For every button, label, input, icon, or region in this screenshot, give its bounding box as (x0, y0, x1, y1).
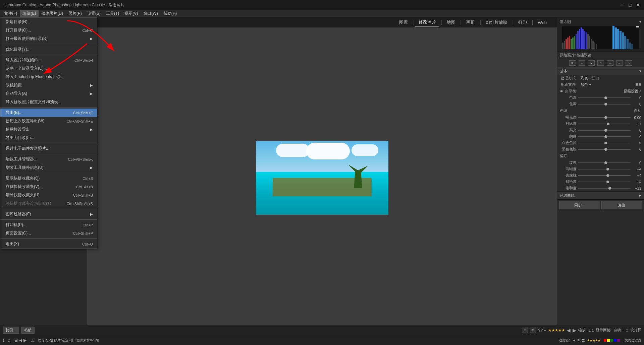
temp-slider[interactable] (578, 97, 631, 98)
contrast-slider[interactable] (578, 124, 631, 124)
black-slider[interactable] (578, 149, 631, 150)
dd-export-preset[interactable]: 使用预设导出 ▶ (0, 125, 97, 134)
menu-view[interactable]: 视图(V) (122, 10, 141, 17)
dehaze-slider[interactable] (578, 175, 631, 176)
dd-export-catalog[interactable]: 导出为目录(L)... (0, 134, 97, 142)
nav-prev[interactable]: ◀ (567, 328, 571, 333)
nav-next[interactable]: ▶ (573, 328, 576, 333)
sync-button[interactable]: 同步... (559, 201, 600, 209)
config-value[interactable]: 颜色 ÷ (581, 82, 591, 87)
white-slider[interactable] (578, 143, 631, 143)
shadow-slider[interactable] (578, 136, 631, 137)
nav-web[interactable]: Web (535, 19, 550, 26)
dd-page-setup[interactable]: 页面设置(G)... Ctrl+Shift+P (0, 229, 97, 237)
close-button[interactable]: ✕ (635, 2, 641, 8)
tone-auto[interactable]: 自动 (634, 108, 641, 113)
filter-icon-3[interactable]: ≣ (582, 338, 585, 343)
star-rating[interactable]: ★★★★★ (548, 328, 565, 333)
highlight-slider[interactable] (578, 130, 631, 131)
tool-icon-2[interactable]: ○ (579, 60, 585, 66)
dd-plugin-manager[interactable]: 增效工具管理器... Ctrl+Alt+Shift+, (0, 155, 97, 163)
menu-develop[interactable]: 修改照片(D) (39, 10, 66, 17)
dd-email[interactable]: 通过电子邮件发送照片... (0, 144, 97, 153)
wb-value[interactable]: 原照设置 ÷ (624, 89, 641, 94)
close-filter[interactable]: 关闭过滤器 (625, 338, 641, 343)
nav-develop[interactable]: 修改照片 (415, 18, 439, 27)
tool-icon-7[interactable]: ▷ (626, 60, 632, 66)
tool-icon-6[interactable]: ○ (616, 60, 623, 66)
filmstrip-grid[interactable]: ⊞ (14, 338, 18, 343)
clarity-slider[interactable] (578, 169, 631, 169)
dd-quick-collection[interactable]: 显示快捷收藏夹(Q) Ctrl+B (0, 174, 97, 183)
dd-optimize[interactable]: 优化目录(Y)... (0, 45, 97, 54)
nav-library[interactable]: 图库 (396, 18, 411, 27)
dd-clear-quick[interactable]: 清除快捷收藏夹(U) Ctrl+Shift+B (0, 191, 97, 199)
view-single[interactable]: □ (522, 328, 528, 333)
filter-green[interactable] (610, 339, 613, 342)
view-compare[interactable]: ⊟ (530, 328, 536, 333)
dd-tethered[interactable]: 联机拍摄 ▶ (0, 81, 97, 89)
menu-help[interactable]: 帮助(H) (161, 10, 180, 17)
menu-photo[interactable]: 照片(P) (66, 10, 85, 17)
maximize-button[interactable]: □ (627, 2, 633, 8)
basic-header[interactable]: 基本 ▾ (557, 67, 644, 75)
zoom-fit[interactable]: 缩放: (578, 328, 587, 333)
config-icon[interactable]: ⊞⊞ (635, 82, 641, 87)
vibrance-slider[interactable] (578, 182, 631, 182)
tool-icon-3[interactable]: ● (588, 60, 595, 66)
menu-window[interactable]: 窗口(W) (141, 10, 160, 17)
histogram-expand-icon[interactable]: ▾ (639, 20, 641, 24)
filter-blue[interactable] (614, 339, 616, 342)
menu-settings[interactable]: 设置(S) (85, 10, 103, 17)
nav-slideshow[interactable]: 幻灯片放映 (482, 18, 511, 27)
nav-map[interactable]: 地图 (443, 18, 459, 27)
dd-auto-import[interactable]: 自动导入(A) ▶ (0, 89, 97, 98)
nav-print[interactable]: 打印 (515, 18, 530, 27)
dd-plugin-extras[interactable]: 增效工具额外信息(U) ▶ (0, 163, 97, 172)
filter-yellow[interactable] (607, 339, 610, 342)
filter-icon-1[interactable]: ♦ (573, 338, 575, 343)
auto-value[interactable]: 自动 ÷ (613, 328, 624, 333)
copy-button[interactable]: 拷贝... (3, 327, 19, 334)
saturation-slider[interactable] (578, 188, 631, 189)
dd-library-filter[interactable]: 图库过滤器(F) ▶ (0, 210, 97, 218)
filter-stars[interactable]: ★★★★★ (587, 339, 600, 342)
reset-button[interactable]: 复位 (601, 201, 642, 209)
exposure-slider[interactable] (578, 117, 631, 118)
eyedropper-icon[interactable]: ✒ (560, 88, 564, 94)
tool-icon-4[interactable]: □ (597, 60, 604, 66)
paste-button[interactable]: 粘贴 (21, 327, 35, 334)
tone-curve-header[interactable]: 色调曲线 ▸ (557, 192, 644, 199)
dd-export[interactable]: 导出(E)... Ctrl+Shift+E (0, 109, 97, 117)
zoom-value[interactable]: 1:1 (589, 328, 594, 332)
dd-new-catalog[interactable]: 新建目录(N)... (0, 18, 97, 26)
process-color[interactable]: 彩色 (581, 76, 588, 81)
menu-file[interactable]: 文件(F) (1, 10, 20, 17)
dd-import-catalog[interactable]: 从另一个目录导入(C)... (0, 64, 97, 73)
dd-recent-catalog[interactable]: 打开最近使用的目录(R) ▶ (0, 34, 97, 43)
nav-book[interactable]: 画册 (463, 18, 478, 27)
dd-print[interactable]: 打印机(P)... Ctrl+P (0, 221, 97, 229)
dd-quit[interactable]: 退出(X) Ctrl+Q (0, 240, 97, 248)
soft-proof-checkbox[interactable]: □ (626, 328, 628, 332)
tint-slider[interactable] (578, 104, 631, 105)
dd-export-prev[interactable]: 使用上次设置导出(W) Ctrl+Alt+Shift+E (0, 117, 97, 125)
menu-tools[interactable]: 工具(T) (103, 10, 122, 17)
tool-icon-5[interactable]: ○ (607, 60, 613, 66)
dd-import-pse[interactable]: 导入 Photoshop Elements 目录... (0, 73, 97, 81)
dd-open-catalog[interactable]: 打开目录(O)... Ctrl+O (0, 26, 97, 34)
basic-expand[interactable]: ▾ (639, 69, 641, 73)
minimize-button[interactable]: ─ (619, 2, 625, 8)
process-bw[interactable]: 黑白 (592, 76, 599, 81)
filmstrip-next[interactable]: ▶ (23, 338, 26, 343)
dd-import-photos[interactable]: 导入照片和视频(I)... Ctrl+Shift+I (0, 56, 97, 64)
filter-red[interactable] (604, 339, 606, 342)
tool-icon-1[interactable]: ⊞ (569, 60, 576, 66)
dd-save-quick[interactable]: 存储快捷收藏夹(V)... Ctrl+Alt+B (0, 183, 97, 191)
menu-edit[interactable]: 编辑(E) (20, 10, 39, 17)
dd-import-profiles[interactable]: 导入修改照片配置文件和预设... (0, 98, 97, 106)
filmstrip-prev[interactable]: ◀ (19, 338, 22, 343)
filter-purple[interactable] (617, 339, 620, 342)
filter-icon-2[interactable]: ≡ (577, 338, 580, 343)
texture-slider[interactable] (578, 162, 631, 163)
